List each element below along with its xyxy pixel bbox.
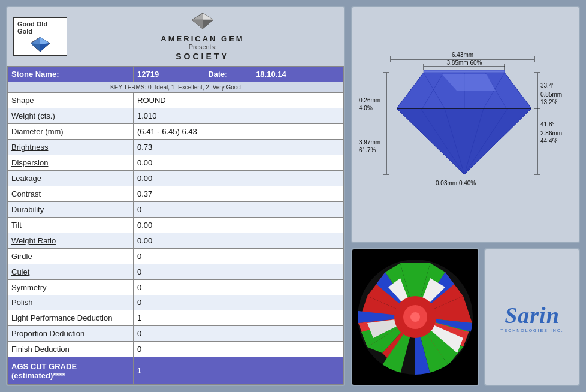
- table-row: Diameter (mm) (6.41 - 6.45) 6.43: [8, 124, 344, 140]
- row-value: ROUND: [134, 93, 344, 108]
- diamond-diagram: 6.43mm 3.85mm 60% 33.4° 0.85mm 13.2% 0.2…: [351, 6, 580, 243]
- table-row: Polish 0: [8, 295, 344, 310]
- ags-grade-label: AGS CUT GRADE (estimated)****: [8, 357, 134, 385]
- ags-line1: AMERICAN GEM: [67, 34, 338, 43]
- svg-text:6.43mm: 6.43mm: [452, 52, 473, 58]
- table-row: Light Performance Deduction 1: [8, 310, 344, 326]
- row-value: 0.00: [134, 170, 344, 186]
- row-value: 0: [134, 279, 344, 295]
- stone-header-row: Stone Name: 12719 Date: 18.10.14: [8, 67, 344, 82]
- table-row: Contrast 0.37: [8, 186, 344, 201]
- row-label: Light Performance Deduction: [8, 310, 134, 326]
- stone-name-label: Stone Name:: [8, 67, 134, 82]
- sarin-subtitle: TECHNOLOGIES INC.: [500, 328, 564, 333]
- svg-text:3.85mm 60%: 3.85mm 60%: [447, 59, 482, 66]
- date-value: 18.10.14: [252, 67, 344, 82]
- row-label: Durability: [8, 201, 134, 217]
- row-value: (6.41 - 6.45) 6.43: [134, 124, 344, 140]
- row-value: 0.73: [134, 139, 344, 155]
- row-value: 0: [134, 295, 344, 310]
- row-label: Diameter (mm): [8, 124, 134, 140]
- svg-text:33.4°: 33.4°: [540, 82, 554, 89]
- svg-text:13.2%: 13.2%: [540, 99, 557, 105]
- svg-text:0.03mm 0.40%: 0.03mm 0.40%: [436, 180, 476, 186]
- diamond-diagram-svg: 6.43mm 3.85mm 60% 33.4° 0.85mm 13.2% 0.2…: [358, 49, 573, 201]
- row-value: 0: [134, 326, 344, 342]
- date-label: Date:: [204, 67, 252, 82]
- table-row: Tilt 0.00: [8, 217, 344, 233]
- row-value: 1.010: [134, 108, 344, 124]
- table-row: Brightness 0.73: [8, 139, 344, 155]
- row-label: Proportion Deduction: [8, 326, 134, 342]
- svg-text:61.7%: 61.7%: [359, 147, 376, 153]
- svg-marker-1: [40, 37, 50, 44]
- row-value: 0: [134, 201, 344, 217]
- table-row: Weight (cts.) 1.010: [8, 108, 344, 124]
- header-section: Good Old Gold AMERICAN G: [7, 7, 344, 66]
- ags-grade-value: 1: [134, 357, 344, 385]
- row-label: Weight (cts.): [8, 108, 134, 124]
- table-row: Proportion Deduction 0: [8, 326, 344, 342]
- row-label: Tilt: [8, 217, 134, 233]
- brightness-diagram: [351, 248, 479, 386]
- right-panel: 6.43mm 3.85mm 60% 33.4° 0.85mm 13.2% 0.2…: [351, 6, 580, 386]
- svg-marker-5: [203, 13, 213, 20]
- svg-text:4.0%: 4.0%: [359, 105, 373, 111]
- table-row: Leakage 0.00: [8, 170, 344, 186]
- table-row: Durability 0: [8, 201, 344, 217]
- row-value: 1: [134, 310, 344, 326]
- row-label: Contrast: [8, 186, 134, 201]
- svg-text:44.4%: 44.4%: [540, 138, 557, 144]
- svg-text:0.85mm: 0.85mm: [540, 91, 562, 98]
- row-label: Shape: [8, 93, 134, 108]
- row-label: Finish Deduction: [8, 342, 134, 357]
- svg-point-56: [410, 312, 420, 322]
- row-value: 0.00: [134, 155, 344, 170]
- table-row: Symmetry 0: [8, 279, 344, 295]
- row-value: 0.00: [134, 217, 344, 233]
- row-value: 0.37: [134, 186, 344, 201]
- logo-diamond-icon: [29, 36, 51, 53]
- bottom-panel: Sarin TECHNOLOGIES INC.: [351, 248, 580, 386]
- row-label: Culet: [8, 264, 134, 279]
- row-label: Symmetry: [8, 279, 134, 295]
- ags-line2: SOCIETY: [176, 52, 229, 61]
- ags-presents: Presents:: [67, 43, 338, 50]
- row-label: Brightness: [8, 139, 134, 155]
- brightness-svg: [352, 254, 478, 380]
- ags-diamond-icon: [191, 12, 215, 30]
- table-row: Finish Deduction 0: [8, 342, 344, 357]
- table-row: Girdle 0: [8, 248, 344, 264]
- row-label: Leakage: [8, 170, 134, 186]
- ags-grade-row: AGS CUT GRADE (estimated)**** 1: [8, 357, 344, 385]
- key-terms-text: KEY TERMS: 0=Ideal, 1=Excellent, 2=Very …: [8, 82, 344, 92]
- key-terms-row: KEY TERMS: 0=Ideal, 1=Excellent, 2=Very …: [8, 82, 344, 92]
- table-row: Culet 0: [8, 264, 344, 279]
- svg-text:3.97mm: 3.97mm: [359, 139, 380, 146]
- row-value: 0: [134, 264, 344, 279]
- row-value: 0: [134, 342, 344, 357]
- svg-rect-23: [424, 70, 505, 73]
- logo-title: Good Old Gold: [17, 20, 63, 35]
- row-label: Weight Ratio: [8, 233, 134, 248]
- ags-header: AMERICAN GEM Presents: SOCIETY: [67, 12, 338, 61]
- sarin-logo-box: Sarin TECHNOLOGIES INC.: [484, 248, 580, 386]
- main-container: Good Old Gold AMERICAN G: [0, 0, 586, 392]
- stone-name-value: 12719: [134, 67, 204, 82]
- svg-text:2.86mm: 2.86mm: [540, 130, 562, 137]
- table-row: Shape ROUND: [8, 93, 344, 108]
- table-row: Dispersion 0.00: [8, 155, 344, 170]
- svg-text:0.26mm: 0.26mm: [359, 97, 380, 104]
- logo-box: Good Old Gold: [13, 17, 67, 56]
- svg-text:41.8°: 41.8°: [540, 121, 554, 128]
- table-row: Weight Ratio 0.00: [8, 233, 344, 248]
- left-panel: Good Old Gold AMERICAN G: [6, 6, 345, 386]
- sarin-name: Sarin: [500, 302, 564, 328]
- row-value: 0: [134, 248, 344, 264]
- data-table: Stone Name: 12719 Date: 18.10.14 KEY TER…: [7, 66, 344, 385]
- row-label: Dispersion: [8, 155, 134, 170]
- row-value: 0.00: [134, 233, 344, 248]
- row-label: Girdle: [8, 248, 134, 264]
- svg-marker-24: [397, 108, 531, 174]
- row-label: Polish: [8, 295, 134, 310]
